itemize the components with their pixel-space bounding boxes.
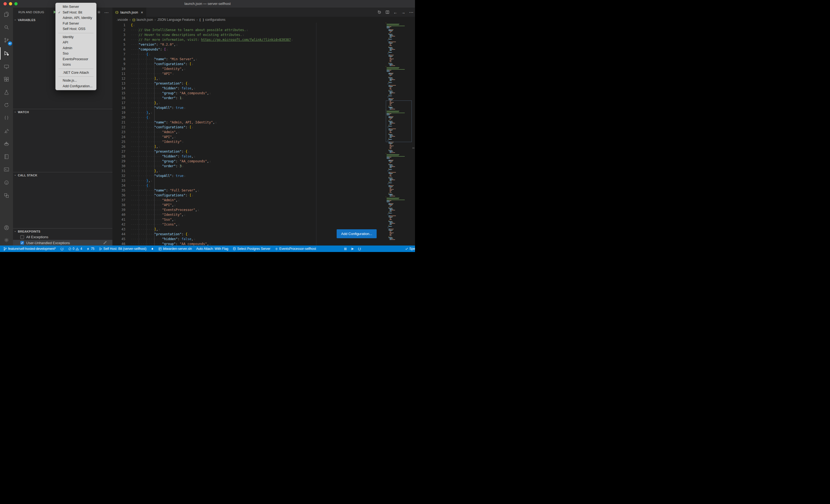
- notebook-icon[interactable]: [0, 150, 13, 163]
- editor-more-actions-icon[interactable]: ⋯: [409, 10, 413, 15]
- line-number: 24: [113, 135, 125, 139]
- checkbox-checked[interactable]: [20, 241, 24, 245]
- docker-icon[interactable]: [0, 137, 13, 150]
- menu-item[interactable]: Admin: [56, 45, 96, 51]
- menu-item[interactable]: Sso: [56, 51, 96, 57]
- step-icon[interactable]: [351, 247, 354, 250]
- section-variables-label: VARIABLES: [18, 19, 35, 22]
- code-line: ················"Identity",↓: [131, 212, 382, 217]
- menu-item[interactable]: Identity: [56, 34, 96, 40]
- breadcrumb: .vscode › {} launch.json › JSON Language…: [113, 17, 415, 23]
- menu-item[interactable]: API: [56, 40, 96, 45]
- terminal-icon[interactable]: [0, 163, 13, 176]
- section-watch[interactable]: ›WATCH: [13, 109, 113, 115]
- menu-item[interactable]: Min Server: [56, 4, 96, 10]
- edit-breakpoint-pencil-icon[interactable]: [103, 241, 107, 245]
- code-line: ················"API"↓: [131, 71, 382, 76]
- breadcrumb-configurations[interactable]: configurations: [205, 18, 226, 22]
- code-line: ········},↓: [131, 178, 382, 183]
- minimap[interactable]: [386, 23, 412, 245]
- menu-item-label: Add Configuration...: [63, 84, 93, 88]
- navigate-forward-icon[interactable]: →: [401, 10, 405, 14]
- status-auto-attach[interactable]: Auto Attach: With Flag: [195, 245, 230, 252]
- status-flame-icon[interactable]: [149, 245, 156, 252]
- status-events-processor[interactable]: EventsProcessor-selfhost: [273, 245, 318, 252]
- menu-item[interactable]: Full Server: [56, 21, 96, 27]
- restart-icon[interactable]: [358, 247, 361, 250]
- line-number: 17: [113, 100, 125, 105]
- ai-assistant-icon[interactable]: [0, 176, 13, 189]
- breadcrumb-launch-json[interactable]: launch.json: [136, 18, 153, 22]
- breakpoint-user-unhandled[interactable]: User-Unhandled Exceptions: [13, 240, 113, 245]
- code-line: ············"configurations":·[↓: [131, 125, 382, 130]
- status-count[interactable]: 75: [85, 245, 96, 252]
- menu-item[interactable]: EventsProcessor: [56, 57, 96, 62]
- line-number: 41: [113, 217, 125, 222]
- snippets-icon[interactable]: [0, 112, 13, 124]
- line-number: 34: [113, 183, 125, 188]
- layouts-icon[interactable]: [0, 189, 13, 202]
- menu-item[interactable]: Icons: [56, 62, 96, 68]
- close-tab-icon[interactable]: ×: [141, 10, 143, 14]
- menu-item[interactable]: Node.js...: [56, 78, 96, 83]
- code-line: ············],↓: [131, 144, 382, 149]
- manage-gear-icon[interactable]: [0, 234, 13, 246]
- tab-launch-json[interactable]: {} launch.json ×: [113, 7, 146, 17]
- breakpoint-all-exceptions[interactable]: All Exceptions: [13, 234, 113, 240]
- timeline-history-icon[interactable]: [377, 10, 382, 14]
- line-number: 3: [113, 32, 125, 37]
- search-icon[interactable]: [0, 21, 13, 33]
- branch-name: feature/self-hosted-development*: [8, 247, 56, 250]
- status-bar-debug-controls: [344, 245, 361, 252]
- menu-item[interactable]: Add Configuration...: [56, 83, 96, 89]
- code-area[interactable]: 1234567891011121314151617181920212223242…: [113, 23, 415, 245]
- status-spell-checker[interactable]: Spell: [405, 245, 415, 252]
- extensions-icon[interactable]: [0, 73, 13, 86]
- editor-group: {} launch.json × ← → ⋯ .vscode › {} laun…: [113, 7, 415, 245]
- launch-settings-gear-icon[interactable]: [97, 10, 101, 14]
- minimap-viewport[interactable]: [386, 100, 412, 142]
- refresh-view-icon[interactable]: [0, 99, 13, 111]
- status-bar-left: feature/self-hosted-development* 0 4 75 …: [2, 245, 318, 252]
- remote-explorer-icon[interactable]: [0, 61, 13, 73]
- ssh-plug-icon[interactable]: [0, 125, 13, 137]
- line-number: 9: [113, 62, 125, 66]
- menu-item[interactable]: Self Host: OSS: [56, 26, 96, 32]
- menu-item[interactable]: ✓Self Host: Bit: [56, 10, 96, 15]
- account-icon[interactable]: [0, 222, 13, 234]
- breadcrumb-vscode[interactable]: .vscode: [117, 18, 128, 22]
- run-and-debug-icon[interactable]: [0, 47, 13, 60]
- section-breakpoints[interactable]: ›BREAKPOINTS: [13, 228, 113, 234]
- chevron-right-icon: ›: [197, 18, 198, 22]
- section-call-stack[interactable]: ›CALL STACK: [13, 172, 113, 178]
- code-line: ············"configurations":·[↓: [131, 193, 382, 198]
- navigate-back-icon[interactable]: ←: [393, 10, 397, 14]
- test-explorer-icon[interactable]: [0, 86, 13, 99]
- code-line: ················"order":·3↓: [131, 164, 382, 169]
- breadcrumb-json-language-features[interactable]: JSON Language Features: [157, 18, 195, 22]
- menu-item[interactable]: .NET Core Attach: [56, 70, 96, 76]
- split-editor-icon[interactable]: [385, 10, 390, 14]
- line-number: 1: [113, 23, 125, 28]
- pause-icon[interactable]: [344, 247, 347, 250]
- status-debug-config[interactable]: Self Host: Bit (server-selfhost): [97, 245, 148, 252]
- views-more-actions-icon[interactable]: ⋯: [104, 8, 108, 17]
- code-line: ················"group":·"AA_compounds",…: [131, 91, 382, 96]
- status-postgres[interactable]: Select Postgres Server: [231, 245, 272, 252]
- menu-item[interactable]: Admin, API, Identity: [56, 15, 96, 21]
- line-number: 15: [113, 91, 125, 96]
- count-value: 75: [91, 247, 94, 250]
- source-control-icon[interactable]: 47: [0, 34, 13, 46]
- json-file-icon: {}: [132, 19, 135, 21]
- checkbox-unchecked[interactable]: [20, 235, 24, 239]
- add-configuration-button[interactable]: Add Configuration...: [337, 229, 377, 238]
- status-branch[interactable]: feature/self-hosted-development*: [2, 245, 58, 252]
- menu-item-label: Icons: [63, 63, 71, 66]
- status-sync-icon[interactable]: [59, 245, 65, 252]
- editor-scrollbar[interactable]: [412, 23, 415, 245]
- explorer-icon[interactable]: [0, 8, 13, 21]
- status-problems[interactable]: 0 4: [66, 245, 84, 252]
- status-solution[interactable]: bitwarden-server.sln: [157, 245, 193, 252]
- git-branch-icon: [3, 247, 7, 251]
- code-line: ············"name":·"Admin,·API,·Identit…: [131, 120, 382, 125]
